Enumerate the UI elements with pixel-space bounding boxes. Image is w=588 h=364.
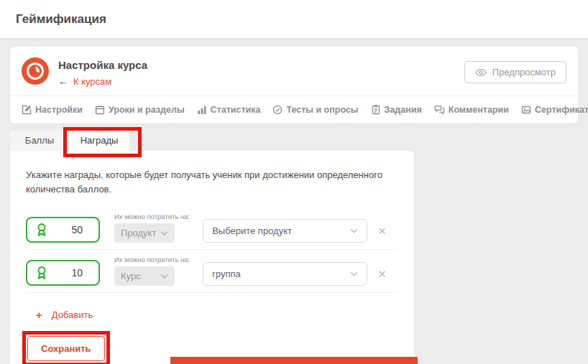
tab-comments[interactable]: Комментарии (434, 105, 509, 115)
tab-label: Тесты и опросы (286, 105, 358, 115)
tasks-icon (371, 105, 381, 115)
add-reward-button[interactable]: + Добавить (26, 309, 93, 321)
points-value: 50 (71, 224, 91, 235)
subtab-points[interactable]: Баллы (10, 131, 69, 151)
spend-type-select[interactable]: Продукт (114, 223, 175, 243)
course-title: Настройка курса (58, 59, 147, 71)
points-input[interactable]: 10 (26, 260, 100, 286)
edit-icon (22, 105, 32, 115)
tab-statistics[interactable]: Статистика (197, 105, 261, 115)
chevron-down-icon (350, 271, 358, 276)
eye-icon (475, 68, 487, 77)
tab-settings[interactable]: Настройки (22, 105, 83, 115)
certificate-icon (521, 105, 531, 115)
spend-type-value: Продукт (121, 228, 156, 238)
tab-label: Статистика (211, 105, 261, 115)
screen: Геймификация Настройка курса ← К курсам (0, 0, 588, 364)
spend-label: Их можно потратить на: (114, 213, 190, 220)
save-button[interactable]: Сохранить (27, 336, 105, 361)
comments-icon (434, 105, 445, 115)
target-value: группа (212, 269, 241, 279)
reward-row: 10 Их можно потратить на: Курс группа ✕ (26, 250, 398, 293)
target-value: Выберите продукт (212, 225, 292, 236)
tab-label: Сертификаты (535, 105, 588, 115)
back-link-label[interactable]: К курсам (73, 76, 111, 87)
bottom-accent-bar (170, 357, 418, 364)
calendar-icon (95, 105, 105, 115)
tab-label: Настройки (35, 105, 83, 115)
points-input[interactable]: 50 (26, 217, 100, 243)
annotation-box-save-button: Сохранить (22, 331, 110, 364)
spend-group: Их можно потратить на: Продукт (114, 213, 190, 243)
spend-group: Их можно потратить на: Курс (114, 256, 190, 286)
tab-label: Задания (385, 105, 422, 115)
preview-button[interactable]: Предпросмотр (464, 61, 566, 83)
remove-row-icon[interactable]: ✕ (377, 269, 387, 279)
arrow-left-icon: ← (58, 75, 68, 87)
chevron-down-icon (161, 274, 168, 279)
add-label: Добавить (52, 309, 93, 320)
spend-type-select[interactable]: Курс (114, 266, 175, 286)
tab-label: Комментарии (449, 105, 509, 115)
chevron-down-icon (161, 231, 168, 235)
check-circle-icon (272, 105, 282, 115)
target-select[interactable]: группа (203, 262, 367, 286)
course-card-header: Настройка курса ← К курсам Предпросмотр (10, 47, 578, 95)
tab-label: Уроки и разделы (109, 105, 185, 115)
preview-button-label: Предпросмотр (492, 67, 556, 78)
course-logo-icon (22, 57, 49, 85)
stats-icon (197, 105, 207, 115)
page-title: Геймификация (16, 12, 106, 27)
tab-tests[interactable]: Тесты и опросы (272, 105, 358, 115)
medal-icon (35, 266, 48, 281)
spend-label: Их можно потратить на: (114, 256, 190, 263)
spend-type-value: Курс (121, 271, 141, 281)
tab-assignments[interactable]: Задания (371, 105, 422, 115)
medal-icon (35, 223, 48, 238)
chevron-down-icon (350, 228, 358, 233)
reward-row: 50 Их можно потратить на: Продукт Выбери… (26, 207, 398, 250)
target-select[interactable]: Выберите продукт (203, 219, 367, 243)
subtab-row: Баллы Награды (10, 131, 588, 151)
subtab-rewards[interactable]: Награды (69, 131, 129, 151)
page-header: Геймификация (0, 0, 588, 38)
course-card: Настройка курса ← К курсам Предпросмотр … (10, 47, 578, 123)
tab-lessons[interactable]: Уроки и разделы (95, 105, 185, 115)
back-to-courses-link[interactable]: ← К курсам (58, 75, 147, 87)
course-nav-tabs: Настройки Уроки и разделы Статистика Тес… (10, 95, 578, 123)
rewards-description: Укажите награды, которые будет получать … (26, 168, 391, 197)
course-info: Настройка курса ← К курсам (58, 57, 147, 87)
plus-icon: + (36, 309, 42, 321)
remove-row-icon[interactable]: ✕ (377, 225, 387, 236)
tab-certificates[interactable]: Сертификаты (521, 105, 588, 115)
points-value: 10 (71, 267, 91, 279)
rewards-panel: Укажите награды, которые будет получать … (10, 151, 414, 364)
